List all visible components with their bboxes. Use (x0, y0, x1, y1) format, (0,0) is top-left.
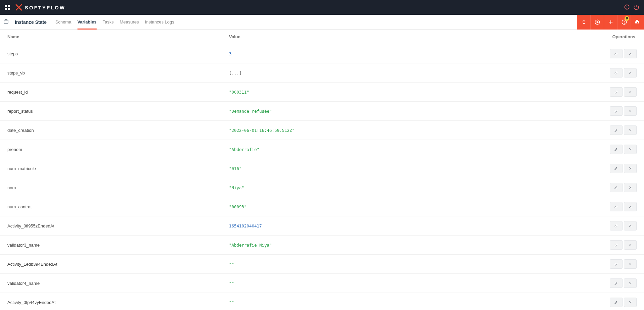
variable-value: 3 (222, 44, 497, 63)
delete-button[interactable] (624, 87, 637, 97)
edit-button[interactable] (610, 183, 623, 192)
alert-icon[interactable] (624, 4, 630, 11)
row-operations (497, 102, 644, 121)
variable-name: nom (0, 178, 222, 197)
delete-button[interactable] (624, 106, 637, 116)
table-row: Activity_0fl955zEndedAt1654102040417 (0, 216, 644, 236)
edit-button[interactable] (610, 87, 623, 97)
delete-button[interactable] (624, 183, 637, 192)
col-operations: Operations (497, 30, 644, 44)
edit-button[interactable] (610, 125, 623, 135)
delete-button[interactable] (624, 164, 637, 173)
variable-name: date_creation (0, 121, 222, 140)
variables-table: Name Value Operations steps3steps_vb[...… (0, 30, 644, 310)
variable-name: num_contrat (0, 197, 222, 216)
edit-button[interactable] (610, 49, 623, 58)
secondbar: Instance State Schema Variables Tasks Me… (0, 15, 644, 30)
edit-button[interactable] (610, 221, 623, 230)
logo[interactable]: SOFTYFLOW (15, 3, 65, 11)
sort-button[interactable] (577, 15, 590, 30)
row-operations (497, 293, 644, 310)
tab-tasks[interactable]: Tasks (103, 15, 114, 29)
svg-point-2 (627, 8, 627, 8)
variable-name: Activity_0tp44vyEndedAt (0, 293, 222, 310)
tab-variables[interactable]: Variables (77, 15, 97, 29)
delete-button[interactable] (624, 125, 637, 135)
play-button[interactable] (590, 15, 604, 30)
variable-name: validator4_name (0, 274, 222, 293)
edit-button[interactable] (610, 202, 623, 211)
row-operations (497, 216, 644, 236)
row-operations (497, 274, 644, 293)
power-icon[interactable] (633, 4, 639, 11)
delete-button[interactable] (624, 298, 637, 307)
variable-value: "" (222, 293, 497, 310)
table-row: prenom"Abderrafie" (0, 140, 644, 159)
edit-button[interactable] (610, 164, 623, 173)
variable-name: num_matricule (0, 159, 222, 178)
row-operations (497, 44, 644, 63)
variable-name: prenom (0, 140, 222, 159)
apps-grid-icon[interactable] (5, 5, 10, 10)
table-row: report_status"Demande refusée" (0, 102, 644, 121)
variable-value: "" (222, 274, 497, 293)
table-row: num_contrat"00093" (0, 197, 644, 216)
topbar-left: SOFTYFLOW (5, 3, 65, 11)
tab-instances-logs[interactable]: Instances Logs (145, 15, 174, 29)
edit-button[interactable] (610, 278, 623, 288)
page-title: Instance State (15, 19, 47, 25)
variable-value: "00093" (222, 197, 497, 216)
cloud-upload-button[interactable] (631, 15, 644, 30)
row-operations (497, 140, 644, 159)
variable-value: "000311" (222, 83, 497, 102)
variable-name: request_id (0, 83, 222, 102)
delete-button[interactable] (624, 240, 637, 250)
svg-marker-5 (597, 21, 598, 23)
variable-name: Activity_1edb394EndedAt (0, 255, 222, 274)
edit-button[interactable] (610, 240, 623, 250)
delete-button[interactable] (624, 49, 637, 58)
table-row: request_id"000311" (0, 83, 644, 102)
instance-icon (3, 19, 9, 25)
tab-schema[interactable]: Schema (55, 15, 71, 29)
delete-button[interactable] (624, 221, 637, 230)
actionbar: 0 (577, 15, 644, 30)
variable-value: "Niya" (222, 178, 497, 197)
table-row: Activity_0tp44vyEndedAt"" (0, 293, 644, 310)
table-row: num_matricule"016" (0, 159, 644, 178)
delete-button[interactable] (624, 145, 637, 154)
edit-button[interactable] (610, 145, 623, 154)
topbar-right (624, 4, 639, 11)
edit-button[interactable] (610, 259, 623, 269)
delete-button[interactable] (624, 202, 637, 211)
row-operations (497, 236, 644, 255)
tab-measures[interactable]: Measures (120, 15, 139, 29)
variable-value: "Abderrafie Niya" (222, 236, 497, 255)
variable-value: "2022-06-01T16:46:59.512Z" (222, 121, 497, 140)
row-operations (497, 178, 644, 197)
edit-button[interactable] (610, 106, 623, 116)
logo-x-icon (15, 3, 23, 11)
tabs: Schema Variables Tasks Measures Instance… (55, 15, 174, 29)
topbar: SOFTYFLOW (0, 0, 644, 15)
delete-button[interactable] (624, 68, 637, 78)
table-row: validator3_name"Abderrafie Niya" (0, 236, 644, 255)
variable-value: [...] (222, 63, 497, 83)
delete-button[interactable] (624, 259, 637, 269)
row-operations (497, 63, 644, 83)
variable-value: "Demande refusée" (222, 102, 497, 121)
errors-badge: 0 (625, 16, 629, 21)
row-operations (497, 255, 644, 274)
delete-button[interactable] (624, 278, 637, 288)
content-scroll[interactable]: Name Value Operations steps3steps_vb[...… (0, 30, 644, 310)
variable-value: "Abderrafie" (222, 140, 497, 159)
svg-rect-3 (4, 20, 8, 23)
svg-point-10 (624, 23, 624, 23)
row-operations (497, 121, 644, 140)
table-row: date_creation"2022-06-01T16:46:59.512Z" (0, 121, 644, 140)
errors-button[interactable]: 0 (617, 15, 631, 30)
edit-button[interactable] (610, 298, 623, 307)
variable-name: steps_vb (0, 63, 222, 83)
add-button[interactable] (604, 15, 617, 30)
edit-button[interactable] (610, 68, 623, 78)
